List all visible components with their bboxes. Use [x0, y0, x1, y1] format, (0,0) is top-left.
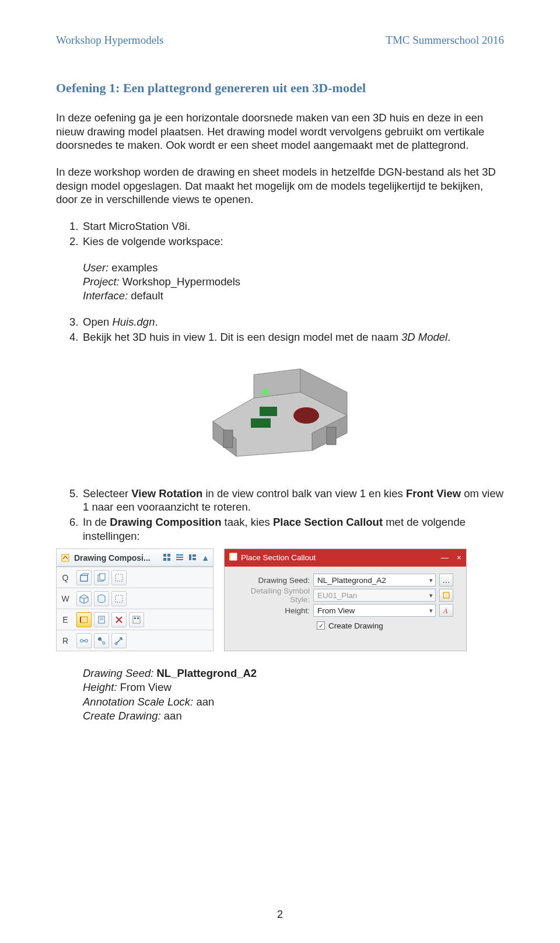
- page-header: Workshop Hypermodels TMC Summerschool 20…: [56, 34, 504, 47]
- ellipsis-icon: …: [442, 576, 450, 585]
- detailing-style-browse-button[interactable]: [439, 589, 453, 602]
- step-6: 6.In de Drawing Composition taak, kies P…: [56, 515, 504, 543]
- step-5: 5.Selecteer View Rotation in de view con…: [56, 487, 504, 514]
- step-4: 4.Bekijk het 3D huis in view 1. Dit is e…: [56, 330, 504, 344]
- cylinder-icon[interactable]: [94, 591, 109, 606]
- intro-para-1: In deze oefening ga je een horizontale d…: [56, 111, 504, 152]
- svg-point-37: [85, 639, 88, 642]
- intro-para-2: In deze workshop worden de drawing en sh…: [56, 165, 504, 207]
- drawing-composition-panel: Drawing Composi... ▲ Q W E: [56, 549, 214, 651]
- workspace-block: User: examples Project: Workshop_Hypermo…: [56, 261, 504, 302]
- settings-summary: Drawing Seed: NL_Plattegrond_A2 Height: …: [56, 666, 504, 722]
- create-drawing-checkbox[interactable]: ✓: [317, 621, 325, 630]
- panel-row-e: E: [57, 609, 213, 630]
- minimize-button[interactable]: —: [441, 553, 449, 562]
- dotted-rect-icon[interactable]: [111, 570, 127, 585]
- create-drawing-label: Create Drawing: [328, 621, 383, 630]
- svg-rect-15: [167, 558, 170, 561]
- annotation-a-icon: A: [442, 606, 450, 614]
- arrow-icon[interactable]: [111, 633, 127, 648]
- edit-icon: [442, 591, 450, 599]
- chevron-down-icon: ▾: [429, 607, 433, 614]
- svg-rect-12: [163, 554, 166, 557]
- cube-icon[interactable]: [76, 591, 92, 606]
- node-icon[interactable]: [94, 633, 109, 648]
- properties-icon[interactable]: [129, 612, 144, 627]
- header-left: Workshop Hypermodels: [56, 34, 164, 47]
- place-section-callout-dialog: Place Section Callout — × Drawing Seed: …: [224, 549, 467, 651]
- svg-rect-10: [327, 427, 336, 445]
- svg-rect-20: [192, 554, 196, 557]
- align-icon[interactable]: [76, 633, 92, 648]
- step-1: 1.Start MicroStation V8i.: [56, 219, 504, 233]
- step-3: 3.Open Huis.dgn.: [56, 315, 504, 329]
- svg-rect-25: [116, 574, 123, 581]
- delete-icon[interactable]: [111, 612, 127, 627]
- svg-rect-32: [133, 616, 140, 623]
- drawing-seed-label: Drawing Seed:: [229, 576, 313, 585]
- panel-row-w: W: [57, 588, 213, 609]
- layout-list-icon[interactable]: [176, 553, 185, 563]
- panel-row-q: Q: [57, 567, 213, 588]
- height-dropdown[interactable]: From View▾: [313, 604, 436, 617]
- annotation-scale-lock-button[interactable]: A: [439, 604, 453, 617]
- steps-list-1: 1.Start MicroStation V8i. 2.Kies de volg…: [56, 219, 504, 248]
- svg-rect-43: [443, 592, 449, 598]
- page-number: 2: [0, 909, 560, 921]
- svg-rect-42: [230, 553, 237, 560]
- layout-alt-icon[interactable]: [188, 553, 198, 563]
- svg-rect-17: [176, 557, 183, 558]
- svg-point-8: [262, 389, 269, 396]
- svg-rect-34: [137, 617, 139, 619]
- chevron-down-icon: ▾: [429, 592, 433, 599]
- steps-list-2: 3.Open Huis.dgn. 4.Bekijk het 3D huis in…: [56, 315, 504, 344]
- task-icon: [60, 553, 71, 563]
- header-right: TMC Summerschool 2016: [386, 34, 504, 47]
- copy-sheet-icon[interactable]: [94, 570, 109, 585]
- dialog-titlebar[interactable]: Place Section Callout — ×: [225, 549, 466, 567]
- clip-volume-icon[interactable]: [76, 570, 92, 585]
- svg-text:A: A: [443, 607, 448, 614]
- sheet-icon[interactable]: [94, 612, 109, 627]
- drawing-seed-browse-button[interactable]: …: [439, 574, 453, 586]
- dotted-rect2-icon[interactable]: [111, 591, 127, 606]
- svg-rect-22: [80, 575, 88, 581]
- svg-rect-19: [189, 554, 191, 560]
- svg-rect-33: [134, 617, 136, 619]
- svg-point-5: [293, 407, 319, 424]
- svg-rect-24: [100, 574, 105, 580]
- panel-titlebar[interactable]: Drawing Composi... ▲: [57, 549, 213, 567]
- house-3d-image: [56, 351, 504, 474]
- dialog-title: Place Section Callout: [241, 553, 316, 562]
- height-label: Height:: [229, 606, 313, 615]
- svg-rect-28: [116, 595, 123, 602]
- section-title: Oefening 1: Een plattegrond genereren ui…: [56, 81, 504, 96]
- svg-rect-13: [167, 554, 170, 557]
- svg-rect-16: [176, 554, 183, 556]
- drawing-seed-dropdown[interactable]: NL_Plattegrond_A2▾: [313, 574, 436, 586]
- svg-rect-14: [163, 558, 166, 561]
- svg-rect-7: [251, 418, 271, 428]
- panel-row-r: R: [57, 630, 213, 651]
- close-button[interactable]: ×: [457, 553, 461, 562]
- svg-point-36: [80, 639, 83, 642]
- layout-grid-icon[interactable]: [163, 553, 172, 563]
- svg-rect-9: [223, 430, 233, 448]
- chevron-down-icon: ▾: [429, 577, 433, 584]
- detailing-style-label: Detailing Symbol Style:: [229, 586, 313, 604]
- steps-list-3: 5.Selecteer View Rotation in de view con…: [56, 487, 504, 543]
- place-section-callout-icon[interactable]: [76, 612, 92, 627]
- dialog-icon: [229, 553, 237, 563]
- step-2: 2.Kies de volgende workspace:: [56, 235, 504, 249]
- svg-line-40: [101, 640, 103, 642]
- svg-rect-21: [192, 558, 196, 560]
- svg-rect-18: [176, 559, 183, 560]
- collapse-caret-icon[interactable]: ▲: [201, 553, 209, 563]
- svg-rect-6: [260, 407, 277, 416]
- detailing-style-dropdown[interactable]: EU01_Plan▾: [313, 589, 436, 602]
